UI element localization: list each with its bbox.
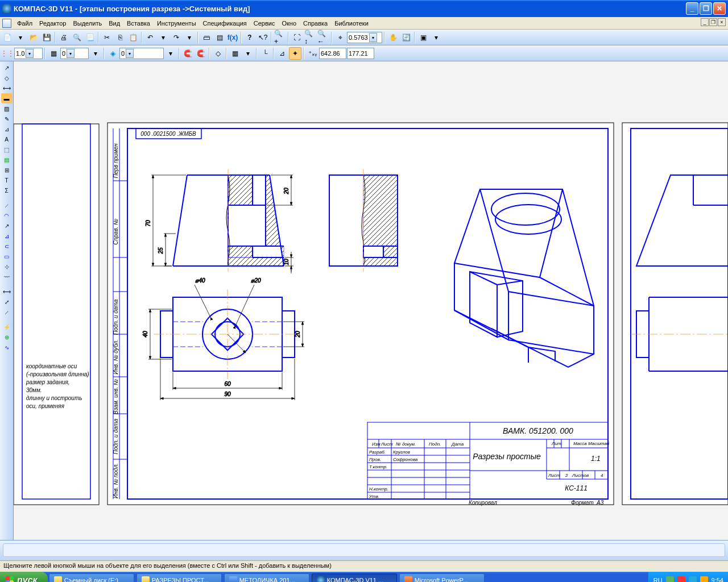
menu-tools[interactable]: Инструменты [154, 19, 200, 28]
zoom-prev-button[interactable]: 🔍← [317, 31, 329, 44]
tool-wave-icon[interactable]: 〰 [1, 272, 13, 282]
mdi-close-button[interactable]: × [718, 18, 726, 26]
tray-icon[interactable] [666, 576, 674, 582]
tool-hatch-icon[interactable]: ▨ [1, 103, 13, 114]
views-button[interactable]: ▣ [417, 31, 429, 44]
open-button[interactable]: 📂 [27, 31, 40, 44]
tool-lead-icon[interactable]: ↗ [1, 221, 13, 231]
tool-dim-icon[interactable]: ⟷ [1, 83, 13, 93]
taskbar-item-active[interactable]: КОМПАС-3D V11 ... [312, 573, 397, 582]
drawing-canvas[interactable]: координатные оси (-произвольная длинна) … [14, 61, 728, 540]
round-button[interactable]: ⊿ [276, 47, 288, 60]
manager-button[interactable]: 🗃 [200, 31, 213, 44]
tool-light-icon[interactable]: ⚡ [1, 322, 13, 332]
page-button[interactable]: 📃 [84, 31, 96, 44]
tool-text-icon[interactable]: T [1, 175, 13, 185]
state-btn-3[interactable]: ▾ [89, 47, 102, 60]
menu-insert[interactable]: Вставка [123, 19, 154, 28]
tool-ch-icon[interactable]: ⊿ [1, 231, 13, 241]
tray-icon[interactable] [700, 576, 708, 582]
state-btn-2[interactable]: ▦ [47, 47, 60, 60]
menu-file[interactable]: Файл [14, 19, 36, 28]
state-btn-1[interactable]: ⋮⋮ [1, 47, 14, 60]
taskbar-item[interactable]: Microsoft PowerP... [399, 573, 485, 582]
redraw-button[interactable]: 🔄 [400, 31, 412, 44]
tool-dimr-icon[interactable]: ⟋ [1, 307, 13, 317]
tool-dimv-icon[interactable]: ⤢ [1, 297, 13, 307]
mdi-restore-button[interactable]: ❐ [709, 18, 717, 26]
taskbar-item[interactable]: РАЗРЕЗЫ ПРОСТ... [136, 573, 222, 582]
menu-spec[interactable]: Спецификация [200, 19, 250, 28]
grid-btn-3[interactable]: ▾ [242, 47, 254, 60]
menu-libraries[interactable]: Библиотеки [331, 19, 372, 28]
layer-select[interactable]: 0▾ [119, 48, 164, 59]
coord-y-input[interactable] [347, 48, 374, 59]
tool-curve-icon[interactable]: ∿ [1, 342, 13, 352]
save-button[interactable]: 💾 [40, 31, 53, 44]
tool-measure-icon[interactable]: A [1, 134, 13, 144]
redo-button[interactable]: ↷ [170, 31, 183, 44]
tray-icon[interactable] [689, 576, 697, 582]
grid-btn-2[interactable]: ▦ [229, 47, 241, 60]
redo-dd-button[interactable]: ▾ [183, 31, 196, 44]
window-maximize-button[interactable]: ❐ [700, 2, 712, 15]
zoom-box-button[interactable]: ⌖ [334, 31, 346, 44]
start-button[interactable]: пуск [0, 572, 48, 582]
taskbar-item[interactable]: Съемный диск (E:) [49, 573, 134, 582]
tray-icon[interactable] [677, 576, 685, 582]
scale-select[interactable]: 1.0▾ [14, 48, 43, 59]
zoom-select[interactable]: 0.5763▾ [347, 32, 382, 43]
state-btn-4[interactable]: ▾ [164, 47, 177, 60]
cut-button[interactable]: ✂ [101, 31, 113, 44]
print-button[interactable]: 🖨 [57, 31, 70, 44]
tool-rect-icon[interactable]: ▭ [1, 251, 13, 261]
help-button[interactable]: ? [243, 31, 256, 44]
layers-button[interactable]: ▤ [213, 31, 226, 44]
lcs-button[interactable]: ✦ [289, 47, 301, 60]
clock[interactable]: 9:54 [712, 577, 723, 582]
snap-on-button[interactable]: 🧲 [181, 47, 194, 60]
tool-target-icon[interactable]: ⊕ [1, 332, 13, 342]
new-doc-button[interactable]: 📄 [1, 31, 14, 44]
tool-t-icon[interactable]: ⊞ [1, 165, 13, 175]
coord-x-input[interactable] [319, 48, 346, 59]
vars-button[interactable]: f(x) [226, 31, 239, 44]
copy-button[interactable]: ⎘ [114, 31, 126, 44]
layer-icon[interactable]: ◈ [106, 47, 119, 60]
mdi-minimize-button[interactable]: _ [701, 18, 709, 26]
ortho-button[interactable]: └ [259, 47, 271, 60]
tool-edit-icon[interactable]: ✎ [1, 114, 13, 124]
preview-button[interactable]: 🔍 [71, 31, 83, 44]
menu-select[interactable]: Выделить [69, 19, 105, 28]
tool-spline-icon[interactable]: ◠ [1, 210, 13, 221]
undo-dd-button[interactable]: ▾ [157, 31, 169, 44]
grid-btn-1[interactable]: ◇ [212, 47, 224, 60]
zoom-in-button[interactable]: 🔍+ [274, 31, 286, 44]
tool-surface-icon[interactable]: ▬ [1, 93, 13, 103]
zoom-window-button[interactable]: ⛶ [291, 31, 303, 44]
menu-service[interactable]: Сервис [250, 19, 279, 28]
system-tray[interactable]: RU 9:54 [648, 572, 728, 582]
tool-line-icon[interactable]: ◇ [1, 73, 13, 83]
menu-view[interactable]: Вид [105, 19, 123, 28]
window-minimize-button[interactable]: _ [686, 2, 698, 15]
taskbar-item[interactable]: МЕТОДИЧКА 201... [224, 573, 309, 582]
lang-indicator[interactable]: RU [653, 577, 663, 582]
help-arrow-button[interactable]: ↖? [257, 31, 269, 44]
tool-point-icon[interactable]: ↗ [1, 63, 13, 73]
undo-button[interactable]: ↶ [144, 31, 156, 44]
menu-help[interactable]: Справка [300, 19, 331, 28]
tool-arc-icon[interactable]: ⟋ [1, 200, 13, 210]
tool-rad-icon[interactable]: ⊂ [1, 241, 13, 251]
menu-editor[interactable]: Редактор [36, 19, 69, 28]
menu-window[interactable]: Окно [278, 19, 300, 28]
pan-button[interactable]: ✋ [387, 31, 399, 44]
property-panel-inner[interactable] [3, 543, 725, 557]
tool-s2-icon[interactable]: ▤ [1, 155, 13, 165]
new-dropdown-button[interactable]: ▾ [14, 31, 27, 44]
tool-s3-icon[interactable]: Σ [1, 185, 13, 196]
document-icon[interactable] [2, 19, 11, 28]
zoom-realtime-button[interactable]: 🔍↕ [304, 31, 316, 44]
step-select[interactable]: 0▾ [60, 48, 89, 59]
snap-off-button[interactable]: 🧲 [195, 47, 207, 60]
